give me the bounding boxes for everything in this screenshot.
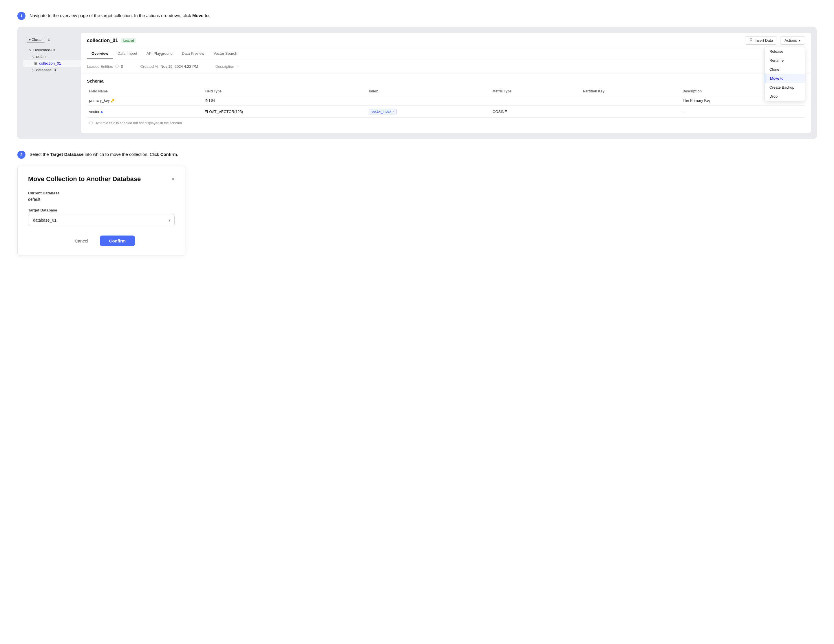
header-actions: 🗄 Insert Data Actions ▾ Release Rename C… bbox=[745, 36, 805, 45]
step-2-container: 2 Select the Target Database into which … bbox=[18, 150, 816, 159]
folder-icon: ▽ bbox=[32, 55, 34, 59]
actions-dropdown: Release Rename Clone Move to Create Back… bbox=[764, 47, 805, 101]
target-db-select[interactable]: database_01 bbox=[28, 214, 175, 226]
confirm-button[interactable]: Confirm bbox=[100, 236, 135, 246]
schema-table: Field Name Field Type Index Metric Type … bbox=[87, 87, 805, 118]
schema-title: Schema bbox=[87, 79, 805, 83]
sidebar-top: + Cluster ↻ bbox=[23, 35, 81, 44]
col-index: Index bbox=[367, 87, 490, 95]
field-name-value: primary_key bbox=[89, 98, 110, 102]
table-row: vector ◆ FLOAT_VECTOR(123) vector_index … bbox=[87, 106, 805, 118]
metric-type-cell: COSINE bbox=[490, 106, 580, 118]
target-db-select-wrapper: database_01 ▾ bbox=[28, 214, 175, 226]
loaded-entities-meta: Loaded Entities ⓘ 0 bbox=[87, 64, 123, 69]
table-row: primary_key 🔑 INT64 The Primary Key bbox=[87, 95, 805, 106]
cancel-button[interactable]: Cancel bbox=[68, 236, 95, 246]
vector-icon: ◆ bbox=[100, 110, 103, 113]
dynamic-note: ⓘ Dynamic field is enabled but not displ… bbox=[87, 118, 805, 128]
key-icon: 🔑 bbox=[111, 99, 115, 102]
insert-data-label: Insert Data bbox=[755, 38, 773, 42]
sidebar-item-default[interactable]: ▽ default bbox=[23, 53, 81, 60]
col-metric-type: Metric Type bbox=[490, 87, 580, 95]
partition-key-cell bbox=[580, 95, 680, 106]
database-icon: 🗄 bbox=[749, 38, 753, 42]
created-at-label: Created At bbox=[141, 64, 158, 69]
index-remove-icon[interactable]: × bbox=[393, 110, 394, 113]
step-1-text-after: . bbox=[209, 13, 210, 18]
collection-icon: ▣ bbox=[34, 61, 37, 65]
index-cell: vector_index × bbox=[367, 106, 490, 118]
tab-vector-search[interactable]: Vector Search bbox=[209, 49, 242, 59]
step-2-text-end: . bbox=[177, 152, 178, 157]
field-name-cell: primary_key 🔑 bbox=[87, 95, 202, 106]
sidebar-item-label: Dedicated-01 bbox=[33, 48, 56, 52]
description-value: -- bbox=[237, 64, 239, 69]
cluster-button[interactable]: + Cluster bbox=[26, 37, 45, 42]
chevron-down-icon: ▾ bbox=[798, 38, 801, 42]
refresh-icon[interactable]: ↻ bbox=[47, 38, 51, 42]
actions-label: Actions bbox=[784, 38, 797, 42]
dialog-footer: Cancel Confirm bbox=[28, 236, 175, 246]
step-2-text: Select the Target Database into which to… bbox=[29, 150, 178, 158]
step-2-bold2: Confirm bbox=[160, 152, 177, 157]
step-1-text: Navigate to the overview page of the tar… bbox=[29, 11, 210, 19]
index-name: vector_index bbox=[372, 110, 391, 113]
dynamic-note-text: Dynamic field is enabled but not display… bbox=[94, 121, 183, 125]
current-db-value: default bbox=[28, 197, 175, 202]
current-db-label: Current Database bbox=[28, 191, 175, 195]
step-1-bold: Move to bbox=[192, 13, 209, 18]
tab-overview[interactable]: Overview bbox=[87, 49, 113, 59]
col-field-type: Field Type bbox=[202, 87, 367, 95]
sidebar-item-label: default bbox=[36, 55, 47, 59]
tab-api-playground[interactable]: API Playground bbox=[142, 49, 177, 59]
created-at-meta: Created At Nov 19, 2024 4:22 PM bbox=[141, 64, 198, 69]
dropdown-move-to[interactable]: Move to bbox=[765, 74, 805, 83]
sidebar-item-dedicated[interactable]: ∨ Dedicated-01 bbox=[23, 47, 81, 53]
ui-screenshot-panel: + Cluster ↻ ∨ Dedicated-01 ▽ default ▣ c… bbox=[18, 27, 816, 139]
dropdown-drop[interactable]: Drop bbox=[765, 92, 805, 101]
step-1-container: 1 Navigate to the overview page of the t… bbox=[18, 11, 816, 20]
tab-data-preview[interactable]: Data Preview bbox=[177, 49, 209, 59]
dropdown-clone[interactable]: Clone bbox=[765, 65, 805, 74]
dropdown-release[interactable]: Release bbox=[765, 47, 805, 56]
field-name-cell: vector ◆ bbox=[87, 106, 202, 118]
sidebar-item-collection[interactable]: ▣ collection_01 bbox=[23, 60, 81, 66]
step-2-bold: Target Database bbox=[50, 152, 84, 157]
overview-meta: Loaded Entities ⓘ 0 Created At Nov 19, 2… bbox=[81, 59, 811, 74]
sidebar-item-database[interactable]: ▷ database_01 bbox=[23, 66, 81, 73]
step-2-badge: 2 bbox=[18, 150, 26, 159]
main-content: collection_01 Loaded 🗄 Insert Data Actio… bbox=[81, 33, 811, 133]
partition-key-cell bbox=[580, 106, 680, 118]
description-label: Description bbox=[215, 64, 234, 69]
tab-data-import[interactable]: Data Import bbox=[113, 49, 142, 59]
dialog-close-button[interactable]: × bbox=[171, 176, 175, 182]
actions-button[interactable]: Actions ▾ bbox=[780, 36, 805, 45]
sidebar: + Cluster ↻ ∨ Dedicated-01 ▽ default ▣ c… bbox=[23, 33, 81, 133]
dropdown-rename[interactable]: Rename bbox=[765, 56, 805, 65]
col-field-name: Field Name bbox=[87, 87, 202, 95]
collection-name: collection_01 bbox=[87, 38, 118, 44]
index-badge: vector_index × bbox=[369, 108, 397, 115]
field-type-cell: FLOAT_VECTOR(123) bbox=[202, 106, 367, 118]
dialog-title: Move Collection to Another Database bbox=[28, 175, 141, 183]
step-1-badge: 1 bbox=[18, 12, 26, 20]
schema-header-row: Field Name Field Type Index Metric Type … bbox=[87, 87, 805, 95]
step-2-text-before: Select the bbox=[29, 152, 50, 157]
step-1-text-before: Navigate to the overview page of the tar… bbox=[29, 13, 192, 18]
insert-data-button[interactable]: 🗄 Insert Data bbox=[745, 36, 777, 45]
description-meta: Description -- bbox=[215, 64, 239, 69]
main-header: collection_01 Loaded 🗄 Insert Data Actio… bbox=[81, 33, 811, 49]
loaded-badge: Loaded bbox=[121, 38, 136, 43]
field-type-cell: INT64 bbox=[202, 95, 367, 106]
dialog-header: Move Collection to Another Database × bbox=[28, 175, 175, 183]
sidebar-item-label: collection_01 bbox=[39, 61, 61, 65]
dropdown-create-backup[interactable]: Create Backup bbox=[765, 83, 805, 92]
folder-icon-2: ▷ bbox=[32, 68, 34, 72]
description-cell: -- bbox=[680, 106, 805, 118]
target-db-label: Target Database bbox=[28, 208, 175, 212]
move-collection-dialog: Move Collection to Another Database × Cu… bbox=[18, 166, 185, 256]
field-name-value: vector bbox=[89, 110, 99, 114]
tabs: Overview Data Import API Playground Data… bbox=[81, 49, 811, 59]
info-icon-2: ⓘ bbox=[89, 121, 93, 125]
schema-section: Schema Field Name Field Type Index Metri… bbox=[81, 74, 811, 133]
